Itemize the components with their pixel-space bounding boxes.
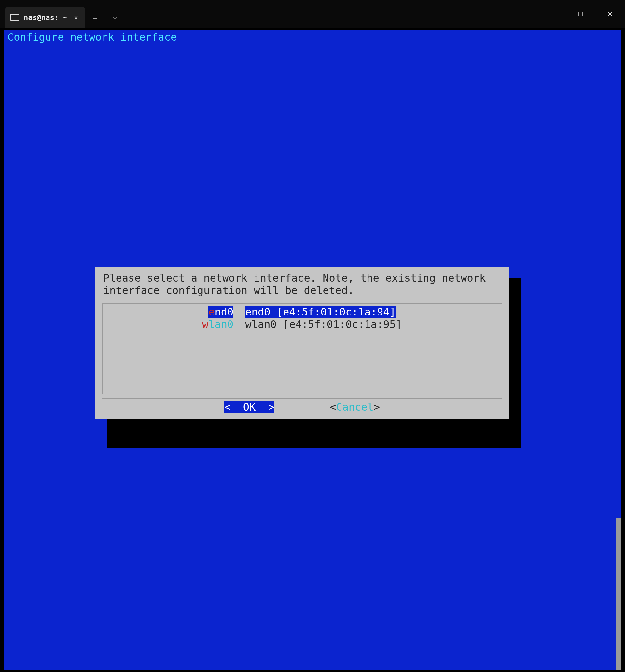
chevron-down-icon — [112, 15, 118, 21]
list-item-tag: end0 — [208, 306, 233, 318]
tab-dropdown-button[interactable] — [105, 8, 124, 28]
tab-active[interactable]: nas@nas: ~ ✕ — [5, 7, 85, 28]
dialog-wrapper: Please select a network interface. Note,… — [95, 267, 509, 419]
close-tab-button[interactable]: ✕ — [72, 13, 80, 22]
interface-listbox[interactable]: end0 end0 [e4:5f:01:0c:1a:94] wlan0 wlan… — [102, 303, 502, 394]
terminal-icon — [10, 14, 19, 21]
list-item-desc: end0 [e4:5f:01:0c:1a:94] — [245, 306, 395, 318]
tabs-area: nas@nas: ~ ✕ ＋ — [0, 0, 124, 28]
list-item[interactable]: end0 end0 [e4:5f:01:0c:1a:94] — [208, 306, 395, 318]
tab-actions: ＋ — [85, 4, 124, 28]
list-item-desc: wlan0 [e4:5f:01:0c:1a:95] — [245, 318, 402, 331]
button-row-separator — [102, 398, 502, 399]
close-icon — [607, 11, 613, 17]
new-tab-button[interactable]: ＋ — [85, 8, 105, 28]
app-window: nas@nas: ~ ✕ ＋ Configure netw — [0, 0, 625, 672]
minimize-icon — [549, 11, 554, 17]
list-item-tag: wlan0 — [202, 318, 233, 331]
tab-title: nas@nas: ~ — [24, 13, 67, 22]
tui-header: Configure network interface — [4, 30, 616, 43]
minimize-button[interactable] — [537, 0, 566, 28]
dialog-message: Please select a network interface. Note,… — [102, 272, 502, 296]
cancel-button[interactable]: <Cancel> — [330, 401, 380, 413]
tui-screen: Configure network interface Please selec… — [4, 30, 621, 670]
ok-button[interactable]: < OK > — [224, 401, 274, 413]
terminal[interactable]: Configure network interface Please selec… — [0, 28, 625, 672]
button-row: < OK > <Cancel> — [102, 401, 502, 415]
scrollbar[interactable] — [616, 518, 621, 670]
close-window-button[interactable] — [595, 0, 625, 28]
tui-header-rule — [4, 47, 616, 47]
window-controls — [537, 0, 625, 28]
svg-rect-1 — [579, 12, 583, 16]
maximize-icon — [578, 11, 584, 17]
list-item[interactable]: wlan0 wlan0 [e4:5f:01:0c:1a:95] — [202, 318, 402, 331]
dialog: Please select a network interface. Note,… — [95, 267, 509, 419]
titlebar: nas@nas: ~ ✕ ＋ — [0, 0, 625, 28]
maximize-button[interactable] — [566, 0, 595, 28]
